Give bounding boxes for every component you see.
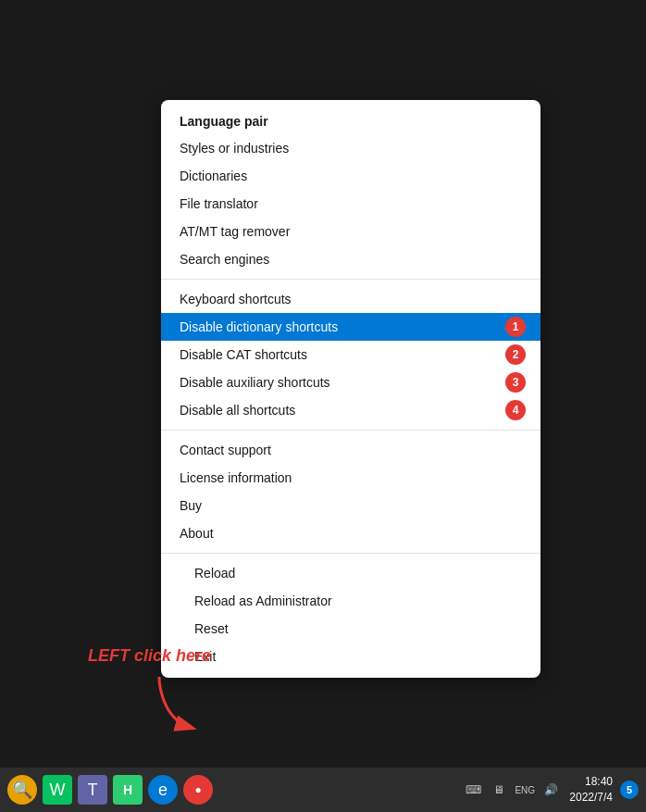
menu-item-at-mt-tag-remover[interactable]: AT/MT tag remover xyxy=(161,218,540,245)
menu-item-label-search-engines: Search engines xyxy=(180,252,269,267)
menu-item-buy[interactable]: Buy xyxy=(161,492,540,519)
taskbar-icon-hdict[interactable]: H xyxy=(113,775,143,805)
menu-badge-disable-auxiliary-shortcuts: 3 xyxy=(505,372,526,393)
menu-item-label-license-information: License information xyxy=(180,470,292,485)
menu-item-disable-all-shortcuts[interactable]: Disable all shortcuts4 xyxy=(161,396,540,424)
menu-badge-disable-all-shortcuts: 4 xyxy=(505,400,526,420)
taskbar-icon-browser[interactable]: e xyxy=(148,775,178,805)
monitor-icon: 🖥 xyxy=(488,779,510,801)
lang-icon: ENG xyxy=(514,779,536,801)
menu-item-exit[interactable]: Exit xyxy=(161,643,540,670)
taskbar-sys-icons: ⌨ 🖥 ENG 🔊 xyxy=(462,779,562,801)
menu-item-label-dictionaries: Dictionaries xyxy=(180,169,247,183)
menu-separator-sep1 xyxy=(161,279,540,280)
menu-item-label-keyboard-shortcuts: Keyboard shortcuts xyxy=(180,292,292,306)
menu-item-label-styles-industries: Styles or industries xyxy=(180,141,289,156)
taskbar-right: ⌨ 🖥 ENG 🔊 18:40 2022/7/4 5 xyxy=(462,774,639,806)
menu-item-label-contact-support: Contact support xyxy=(180,443,271,457)
menu-item-disable-cat-shortcuts[interactable]: Disable CAT shortcuts2 xyxy=(161,341,540,369)
taskbar-notification-badge[interactable]: 5 xyxy=(620,781,639,799)
menu-badge-disable-dictionary-shortcuts: 1 xyxy=(505,317,526,337)
context-menu: Language pairStyles or industriesDiction… xyxy=(161,100,540,678)
menu-item-reload-as-administrator[interactable]: Reload as Administrator xyxy=(161,587,540,615)
menu-item-label-about: About xyxy=(180,526,214,541)
menu-item-dictionaries[interactable]: Dictionaries xyxy=(161,162,540,190)
menu-item-label-reset: Reset xyxy=(194,621,229,636)
taskbar-icon-teams[interactable]: T xyxy=(78,775,107,805)
menu-item-label-language-pair: Language pair xyxy=(180,114,268,129)
menu-item-label-exit: Exit xyxy=(194,649,216,664)
taskbar-clock: 18:40 2022/7/4 xyxy=(569,774,613,806)
menu-item-license-information[interactable]: License information xyxy=(161,464,540,492)
menu-item-label-disable-auxiliary-shortcuts: Disable auxiliary shortcuts xyxy=(180,375,330,390)
arrow-annotation xyxy=(141,668,215,742)
menu-separator-sep2 xyxy=(161,430,540,431)
menu-item-label-file-translator: File translator xyxy=(180,196,258,211)
taskbar-icon-search[interactable]: 🔍 xyxy=(7,775,37,805)
clock-date: 2022/7/4 xyxy=(569,790,613,806)
menu-item-label-disable-dictionary-shortcuts: Disable dictionary shortcuts xyxy=(180,319,338,334)
menu-item-contact-support[interactable]: Contact support xyxy=(161,436,540,464)
menu-item-disable-dictionary-shortcuts[interactable]: Disable dictionary shortcuts1 xyxy=(161,313,540,341)
taskbar-icon-reddot[interactable]: ● xyxy=(183,775,213,805)
taskbar: 🔍WTHe● ⌨ 🖥 ENG 🔊 18:40 2022/7/4 5 xyxy=(0,768,646,812)
network-icon: 🔊 xyxy=(540,779,562,801)
menu-item-file-translator[interactable]: File translator xyxy=(161,190,540,218)
menu-item-keyboard-shortcuts[interactable]: Keyboard shortcuts xyxy=(161,285,540,313)
menu-item-reset[interactable]: Reset xyxy=(161,615,540,643)
menu-item-label-at-mt-tag-remover: AT/MT tag remover xyxy=(180,224,290,239)
menu-item-label-buy: Buy xyxy=(180,498,202,513)
menu-item-label-reload-as-administrator: Reload as Administrator xyxy=(194,593,332,608)
menu-item-label-disable-all-shortcuts: Disable all shortcuts xyxy=(180,403,295,418)
taskbar-icon-wechat[interactable]: W xyxy=(43,775,72,805)
clock-time: 18:40 xyxy=(569,774,613,790)
keyboard-icon: ⌨ xyxy=(462,779,484,801)
menu-item-styles-industries[interactable]: Styles or industries xyxy=(161,134,540,162)
menu-badge-disable-cat-shortcuts: 2 xyxy=(505,344,526,365)
menu-item-disable-auxiliary-shortcuts[interactable]: Disable auxiliary shortcuts3 xyxy=(161,369,540,396)
menu-item-label-disable-cat-shortcuts: Disable CAT shortcuts xyxy=(180,347,307,362)
taskbar-icons: 🔍WTHe● xyxy=(7,775,462,805)
menu-item-about[interactable]: About xyxy=(161,519,540,547)
menu-item-search-engines[interactable]: Search engines xyxy=(161,245,540,273)
menu-item-language-pair: Language pair xyxy=(161,107,540,134)
menu-item-reload[interactable]: Reload xyxy=(161,559,540,587)
menu-separator-sep3 xyxy=(161,553,540,554)
menu-item-label-reload: Reload xyxy=(194,566,235,581)
